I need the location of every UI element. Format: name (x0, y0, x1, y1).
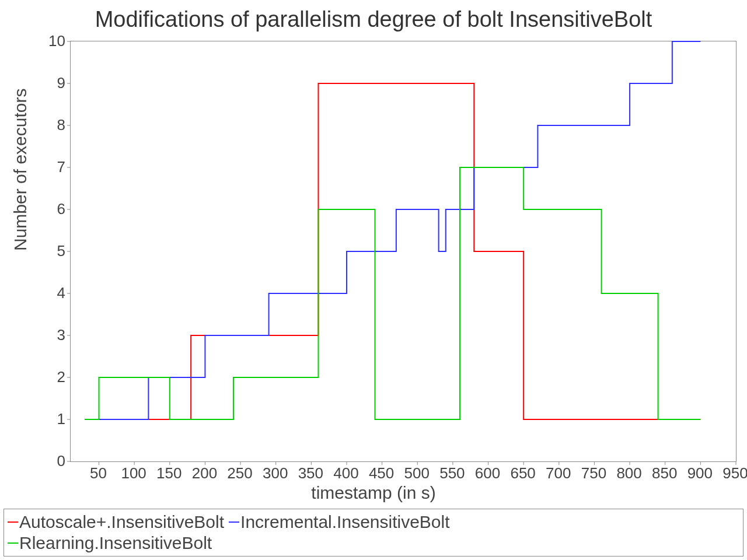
legend-row: Autoscale+.InsensitiveBoltIncremental.In… (8, 512, 739, 533)
y-tick-label: 3 (42, 326, 65, 344)
chart-title: Modifications of parallelism degree of b… (0, 7, 747, 32)
x-tick-label: 450 (367, 464, 396, 482)
x-tick-label: 700 (544, 464, 573, 482)
legend-swatch (8, 542, 18, 544)
x-tick-label: 650 (508, 464, 537, 482)
legend-label: Autoscale+.InsensitiveBolt (19, 512, 224, 533)
chart-container: Modifications of parallelism degree of b… (0, 0, 747, 560)
legend-swatch (229, 522, 239, 523)
legend-label: Rlearning.InsensitiveBolt (19, 533, 212, 554)
plot-svg (71, 41, 736, 461)
y-tick-label: 10 (42, 32, 65, 50)
legend-item: Autoscale+.InsensitiveBolt (8, 512, 224, 533)
legend-item: Rlearning.InsensitiveBolt (8, 533, 212, 554)
y-tick-label: 1 (42, 410, 65, 428)
x-tick-label: 800 (615, 464, 644, 482)
x-tick-label: 500 (402, 464, 431, 482)
x-tick-label: 300 (261, 464, 290, 482)
x-tick-label: 50 (84, 464, 113, 482)
x-axis-label: timestamp (in s) (0, 483, 747, 503)
x-tick-label: 600 (473, 464, 502, 482)
x-tick-label: 900 (685, 464, 714, 482)
x-tick-label: 750 (579, 464, 608, 482)
legend-label: Incremental.InsensitiveBolt (240, 512, 450, 533)
y-axis-label: Number of executors (11, 89, 30, 251)
legend-row: Rlearning.InsensitiveBolt (8, 533, 739, 554)
x-tick-label: 150 (155, 464, 184, 482)
y-tick-label: 8 (42, 116, 65, 134)
y-tick-label: 7 (42, 158, 65, 176)
x-tick-label: 100 (119, 464, 148, 482)
y-tick-label: 6 (42, 200, 65, 218)
x-tick-label: 350 (296, 464, 325, 482)
legend-swatch (8, 522, 18, 523)
series-line (85, 167, 700, 419)
y-tick-label: 0 (42, 452, 65, 470)
plot-area (70, 41, 736, 462)
x-tick-label: 400 (331, 464, 361, 482)
y-tick-label: 9 (42, 74, 65, 92)
x-tick-label: 950 (721, 464, 747, 482)
x-tick-label: 250 (225, 464, 254, 482)
x-tick-label: 200 (190, 464, 219, 482)
series-line (85, 41, 700, 419)
y-tick-label: 2 (42, 368, 65, 386)
legend-item: Incremental.InsensitiveBolt (229, 512, 450, 533)
y-tick-label: 5 (42, 242, 65, 260)
x-tick-label: 550 (438, 464, 467, 482)
legend: Autoscale+.InsensitiveBoltIncremental.In… (4, 509, 743, 556)
y-tick-label: 4 (42, 284, 65, 302)
x-tick-label: 850 (650, 464, 679, 482)
